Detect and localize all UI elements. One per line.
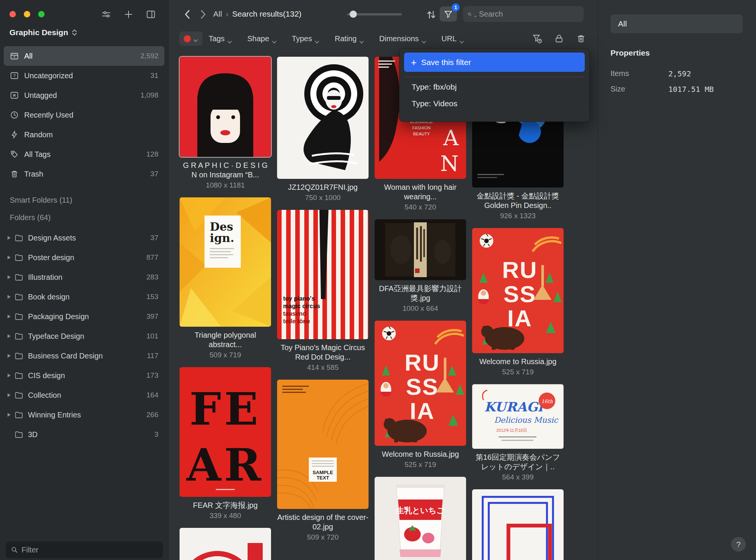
add-icon[interactable] xyxy=(124,9,133,19)
saved-filters-icon[interactable] xyxy=(532,34,542,43)
folder-item-design-assets[interactable]: Design Assets 37 xyxy=(4,228,164,248)
window-controls xyxy=(9,11,45,17)
search-input[interactable] xyxy=(479,10,579,19)
thumbnail[interactable]: RU SS IA xyxy=(472,228,564,353)
smart-folders-section[interactable]: Smart Folders (11) xyxy=(10,196,72,205)
layout-icon[interactable] xyxy=(146,9,156,19)
thumbnail[interactable]: KURAGi Delicious Music 16th 2012年11月18日 xyxy=(472,384,564,449)
filter-button[interactable]: 1 xyxy=(440,6,457,22)
filter-label: URL xyxy=(442,34,457,43)
filter-shape-dropdown[interactable]: Shape xyxy=(247,34,277,43)
saved-filter-option-videos[interactable]: Type: Videos xyxy=(404,95,585,112)
grid-item[interactable]: Des ign. Triangle polygonal abstract... … xyxy=(180,197,271,359)
grid-item[interactable]: G R A P H I C · D E S I G N on Instagram… xyxy=(180,57,271,189)
sliders-icon[interactable] xyxy=(101,9,111,19)
thumbnail[interactable] xyxy=(180,57,271,157)
filter-dimensions-dropdown[interactable]: Dimensions xyxy=(379,34,426,43)
folder-item-typeface-design[interactable]: Typeface Design 101 xyxy=(4,326,164,346)
grid-item[interactable]: SAMPLE TEXT Artistic design of the cover… xyxy=(277,380,369,541)
item-dimensions: 339 x 480 xyxy=(180,512,271,520)
thumbnail[interactable] xyxy=(277,57,369,179)
minimize-window-button[interactable] xyxy=(24,11,30,17)
sidebar-item-all-tags[interactable]: All Tags 128 xyxy=(4,144,164,164)
trash-icon[interactable] xyxy=(576,34,586,43)
thumbnail[interactable] xyxy=(472,489,564,560)
thumbnail[interactable]: Des ign. xyxy=(180,197,271,327)
disclosure-triangle-icon[interactable] xyxy=(8,295,11,299)
grid-item[interactable] xyxy=(472,489,564,560)
folder-item-book-design[interactable]: Book design 153 xyxy=(4,287,164,307)
sidebar-item-recently-used[interactable]: Recently Used xyxy=(4,105,164,125)
items-label: Items xyxy=(610,69,668,78)
thumbnail[interactable]: 生乳といちご xyxy=(375,477,466,560)
thumbnail[interactable]: toy piano's magic circus tausend toile t… xyxy=(277,210,369,339)
folder-item-illustration[interactable]: Illustration 283 xyxy=(4,267,164,287)
sidebar-item-all[interactable]: All 2,592 xyxy=(4,46,164,66)
folders-section[interactable]: Folders (64) xyxy=(10,213,51,222)
filter-tags-dropdown[interactable]: Tags xyxy=(209,34,232,43)
grid-item[interactable]: RU SS IA xyxy=(375,321,466,469)
save-filter-button[interactable]: + Save this filter xyxy=(404,53,585,72)
filter-types-dropdown[interactable]: Types xyxy=(292,34,319,43)
disclosure-triangle-icon[interactable] xyxy=(8,256,11,259)
grid-item[interactable]: 生乳といちご xyxy=(375,477,466,560)
forward-button[interactable] xyxy=(200,8,207,21)
grid-item[interactable]: RU SS IA xyxy=(472,228,564,376)
folder-item-poster-design[interactable]: Poster design 877 xyxy=(4,248,164,267)
back-button[interactable] xyxy=(183,8,191,21)
filter-label: Types xyxy=(292,34,312,43)
folder-item-cis-design[interactable]: CIS design 173 xyxy=(4,366,164,385)
folder-item-3d[interactable]: 3D 3 xyxy=(4,425,164,444)
zoom-slider-knob[interactable] xyxy=(350,11,357,18)
sort-order-icon[interactable] xyxy=(426,9,437,20)
folder-label: Business Card Design xyxy=(28,352,103,360)
grid-item[interactable]: KURAGi Delicious Music 16th 2012年11月18日 xyxy=(472,384,564,481)
red-color-dot xyxy=(184,35,191,42)
disclosure-triangle-icon[interactable] xyxy=(8,374,11,377)
disclosure-triangle-icon[interactable] xyxy=(8,354,11,358)
folder-item-business-card-design[interactable]: Business Card Design 117 xyxy=(4,346,164,366)
breadcrumb-root[interactable]: All xyxy=(213,9,222,19)
folder-item-packaging-design[interactable]: Packaging Design 397 xyxy=(4,307,164,326)
grid-item[interactable]: JZ12QZ01R7FNI.jpg 750 x 1000 xyxy=(277,57,369,202)
sidebar-item-untagged[interactable]: Untagged 1,098 xyxy=(4,85,164,105)
filter-url-dropdown[interactable]: URL xyxy=(442,34,464,43)
folder-item-winning-entries[interactable]: Winning Entries 266 xyxy=(4,405,164,425)
thumbnail[interactable]: SAMPLE TEXT xyxy=(277,380,369,509)
zoom-window-button[interactable] xyxy=(38,11,45,17)
grid-item[interactable]: toy piano's magic circus tausend toile t… xyxy=(277,210,369,372)
disclosure-triangle-icon[interactable] xyxy=(8,334,11,338)
all-icon xyxy=(10,51,19,60)
sidebar-item-random[interactable]: Random xyxy=(4,125,164,144)
sidebar-filter-input[interactable] xyxy=(22,546,158,554)
items-value: 2,592 xyxy=(668,69,691,78)
thumbnail[interactable]: FE AR xyxy=(180,367,271,497)
grid-item[interactable]: FE AR FEAR 文字海报.jpg 339 x 480 xyxy=(180,367,271,520)
grid-item[interactable] xyxy=(180,528,271,560)
close-window-button[interactable] xyxy=(9,11,16,17)
sidebar-item-trash[interactable]: Trash 37 xyxy=(4,164,164,184)
disclosure-triangle-icon[interactable] xyxy=(8,393,11,397)
sidebar-item-uncategorized[interactable]: ? Uncategorized 31 xyxy=(4,66,164,85)
thumbnail[interactable] xyxy=(180,528,271,560)
disclosure-triangle-icon[interactable] xyxy=(8,275,11,279)
grid-item[interactable]: DFA亞洲最具影響力設計獎.jpg 1000 x 664 xyxy=(375,219,466,313)
saved-filter-option-fbx-obj[interactable]: Type: fbx/obj xyxy=(404,79,585,95)
grid-column: 09.21 09.25 金點設計獎 - 金點設計獎 Golden Pin Des… xyxy=(472,57,564,560)
disclosure-triangle-icon[interactable] xyxy=(8,413,11,417)
breadcrumb: All › Search results(132) xyxy=(213,9,302,19)
disclosure-triangle-icon[interactable] xyxy=(8,315,11,318)
folder-item-collection[interactable]: Collection 164 xyxy=(4,385,164,405)
filter-rating-dropdown[interactable]: Rating xyxy=(335,34,364,43)
lock-icon[interactable] xyxy=(554,34,564,43)
search-icon xyxy=(468,11,472,18)
thumbnail[interactable]: RU SS IA xyxy=(375,321,466,446)
item-dimensions: 509 x 720 xyxy=(277,533,369,541)
thumbnail[interactable] xyxy=(375,219,466,280)
color-filter-dropdown[interactable] xyxy=(179,31,203,46)
zoom-slider[interactable] xyxy=(347,13,402,16)
chevron-down-icon[interactable] xyxy=(474,12,477,16)
disclosure-triangle-icon[interactable] xyxy=(8,236,11,240)
help-button[interactable]: ? xyxy=(731,537,746,552)
library-selector[interactable]: Graphic Design xyxy=(9,28,78,37)
